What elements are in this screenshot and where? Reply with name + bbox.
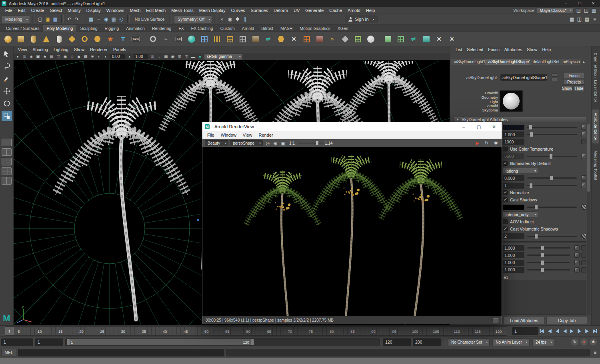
shelf-tab-mash[interactable]: MASH xyxy=(277,25,296,32)
snapshot-icon[interactable]: ▣ xyxy=(280,140,286,146)
bookmarks-icon[interactable]: ★ xyxy=(42,54,48,60)
attribute-slider[interactable] xyxy=(527,245,570,251)
map-map-button[interactable] xyxy=(581,183,586,188)
current-time-field[interactable]: 1 xyxy=(512,327,538,335)
layout-single-pane-button[interactable] xyxy=(2,139,12,146)
camera-select-icon[interactable]: ◎ xyxy=(21,54,28,60)
color-management-icon[interactable]: ● xyxy=(197,54,203,60)
animation-start-field[interactable]: 1 xyxy=(1,338,33,346)
node-name-field[interactable]: aiSkyDomeLightShape1 xyxy=(500,74,547,81)
menu-curves[interactable]: Curves xyxy=(228,8,248,13)
menu-edit[interactable]: Edit xyxy=(15,8,28,13)
menu-uv[interactable]: UV xyxy=(291,8,302,13)
make-live-icon[interactable]: ◎ xyxy=(118,15,125,23)
zoom-slider-handle[interactable] xyxy=(316,141,318,145)
transfer-attributes-icon[interactable]: ⇄ xyxy=(407,33,420,45)
title-bar[interactable]: M Autodesk Maya 2018: untitled* --- aiSk… xyxy=(0,0,600,7)
quad-draw-icon[interactable] xyxy=(352,33,364,45)
checkbox[interactable] xyxy=(503,147,508,151)
renderview-settings-icon[interactable]: ✱ xyxy=(492,140,499,146)
value-field[interactable]: 1000 xyxy=(503,139,524,145)
group-separator[interactable] xyxy=(127,15,130,23)
loop-mode-icon[interactable]: ↻ xyxy=(571,338,578,346)
menu-select[interactable]: Select xyxy=(47,8,65,13)
workspace-select[interactable]: Maya Classic* xyxy=(537,7,573,13)
menu-mesh-display[interactable]: Mesh Display xyxy=(196,8,228,13)
attribute-options-button[interactable] xyxy=(581,260,586,265)
attribute-editor-toggle-icon[interactable]: ≡ xyxy=(591,15,598,23)
two-d-pan-zoom-icon[interactable]: ◱ xyxy=(55,54,62,60)
shelf-tab-fx-caching[interactable]: FX Caching xyxy=(188,25,217,32)
map-map-button[interactable] xyxy=(581,154,586,159)
view-transform-select[interactable]: sRGB gamma xyxy=(204,54,242,60)
attribute-slider[interactable] xyxy=(527,252,570,258)
animation-end-field[interactable]: 200 xyxy=(413,338,441,346)
start-ipr-icon[interactable]: ▶ xyxy=(474,140,481,146)
gamma-field[interactable]: 1.00 xyxy=(134,54,148,59)
attribute-options-button[interactable] xyxy=(581,267,586,273)
map-map-button[interactable] xyxy=(581,132,586,137)
bridge-icon[interactable] xyxy=(211,33,223,45)
renderview-menu-view[interactable]: View xyxy=(240,133,256,137)
shelf-tab-curves-surfaces[interactable]: Curves / Surfaces xyxy=(2,25,43,32)
group-separator[interactable] xyxy=(61,15,64,23)
attribute-options-button[interactable] xyxy=(581,253,586,258)
ae-tab-aiphysica[interactable]: aiPhysica xyxy=(560,59,582,65)
lighting-display-icon[interactable]: ☀ xyxy=(89,54,96,60)
panel-menu-renderer[interactable]: Renderer xyxy=(87,47,110,52)
focus-button[interactable]: Focus xyxy=(563,73,585,78)
append-polygon-icon[interactable] xyxy=(236,33,249,45)
poly-cylinder-icon[interactable] xyxy=(27,33,40,45)
merge-vertices-icon[interactable]: ⇄ xyxy=(262,33,274,45)
character-set-select[interactable]: No Character Set xyxy=(448,338,490,346)
hide-button[interactable]: Hide xyxy=(574,86,585,91)
multisample-aa-icon[interactable]: ▦ xyxy=(163,54,169,60)
gamma-icon[interactable]: ◑ xyxy=(126,54,132,60)
checker-map-button[interactable] xyxy=(581,234,586,239)
isolate-select-icon[interactable]: ▥ xyxy=(176,54,183,60)
pin-button[interactable] xyxy=(552,78,557,81)
show-button[interactable]: Show xyxy=(561,86,573,91)
current-time-cursor[interactable]: 1 xyxy=(5,327,14,335)
focus-eye-button[interactable] xyxy=(552,74,557,77)
presets-button[interactable]: Presets xyxy=(563,79,585,85)
select-tool-button[interactable] xyxy=(2,49,12,59)
panel-menu-show[interactable]: Show xyxy=(71,47,87,52)
snap-to-plane-icon[interactable]: ▩ xyxy=(110,15,118,23)
hypershade-toggle-icon[interactable]: ◫ xyxy=(576,15,583,23)
menu-create[interactable]: Create xyxy=(28,8,47,13)
depth-of-field-icon[interactable]: ◉ xyxy=(170,54,176,60)
paint-select-tool-button[interactable] xyxy=(2,74,12,84)
renderview-menu-window[interactable]: Window xyxy=(218,133,240,137)
poly-sphere-icon[interactable] xyxy=(2,33,14,45)
go-to-start-button[interactable] xyxy=(538,327,545,335)
go-to-end-button[interactable] xyxy=(591,327,598,335)
reduce-icon[interactable]: ✕ xyxy=(433,33,445,45)
film-gate-icon[interactable]: ▬ xyxy=(190,54,196,60)
wireframe-display-icon[interactable]: ◇ xyxy=(69,54,75,60)
slider-handle[interactable] xyxy=(529,125,532,129)
minimize-icon[interactable]: – xyxy=(559,0,573,7)
sculpt-tool-icon[interactable] xyxy=(364,33,377,45)
render-camera-select[interactable]: perspShape xyxy=(230,140,263,146)
step-back-key-button[interactable] xyxy=(553,327,560,335)
menu-file[interactable]: File xyxy=(2,8,15,13)
textured-display-icon[interactable]: ▩ xyxy=(82,54,89,60)
fill-hole-icon[interactable] xyxy=(224,33,236,45)
checkbox[interactable] xyxy=(503,227,508,231)
slider-handle[interactable] xyxy=(541,246,544,250)
checker-map-button[interactable] xyxy=(581,205,586,210)
attribute-slider[interactable] xyxy=(527,260,570,266)
save-scene-icon[interactable]: ▦ xyxy=(52,15,59,23)
slider-handle[interactable] xyxy=(550,176,553,180)
ae-menu-selected[interactable]: Selected xyxy=(464,47,486,52)
image-thumbnail-icon[interactable] xyxy=(493,318,498,322)
box-map-button[interactable] xyxy=(581,139,586,144)
playback-start-field[interactable]: 1 xyxy=(35,338,63,346)
range-end-handle[interactable] xyxy=(251,339,254,345)
shaded-display-icon[interactable]: ◆ xyxy=(76,54,82,60)
command-result-field[interactable] xyxy=(226,349,590,356)
screen-space-ao-icon[interactable]: ◎ xyxy=(149,54,156,60)
panel-layout-menu-icon[interactable]: ▾ xyxy=(14,54,21,60)
poly-platonic-icon[interactable] xyxy=(91,33,104,45)
